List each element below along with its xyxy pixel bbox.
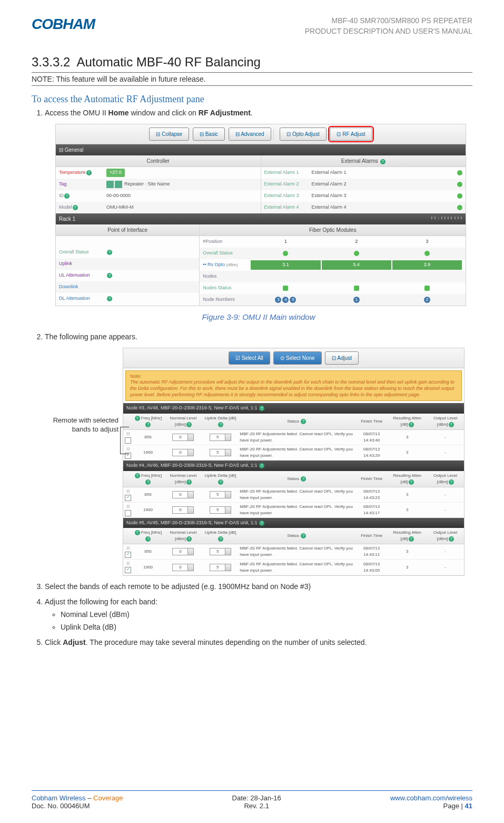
- atten-cell: 3: [388, 544, 427, 560]
- step-4b: Uplink Delta (dB): [61, 622, 472, 633]
- btn-select-all[interactable]: ☑ Select All: [229, 351, 270, 365]
- nodes-label: Nodes: [203, 273, 250, 280]
- band-checkbox[interactable]: [125, 510, 131, 516]
- help-icon[interactable]: ?: [86, 170, 92, 175]
- section-heading: 3.3.3.2 Automatic MBF-40 RF Balancing: [32, 55, 472, 70]
- dropdown-icon[interactable]: [188, 491, 194, 498]
- atten-cell: 3: [388, 487, 427, 502]
- btn-advanced[interactable]: ⊟ Advanced: [229, 128, 271, 141]
- dropdown-icon[interactable]: [188, 564, 194, 571]
- atten-cell: 3: [388, 560, 427, 575]
- help-icon[interactable]: ?: [259, 406, 264, 411]
- uplink-delta-input[interactable]: 5: [210, 506, 225, 514]
- row-temperature: Temperature?: [59, 169, 106, 177]
- fiber-header: Fiber Optic Modules: [200, 224, 466, 236]
- output-level-cell: -: [427, 445, 464, 461]
- fiber-overall-status: Overall Status: [203, 250, 250, 257]
- row-tag: Tag: [59, 181, 106, 188]
- footer-brand: Cobham Wireless: [32, 794, 86, 802]
- help-icon[interactable]: ?: [259, 463, 264, 468]
- model-value: OMU-MkII-M: [106, 204, 258, 211]
- btn-rf-adjust[interactable]: ⊡ RF Adjust: [330, 128, 372, 141]
- band-checkbox[interactable]: [125, 567, 131, 573]
- footer-doc-no: Doc. No. 00046UM: [32, 802, 123, 810]
- finish-time-cell: 08/07/13 14:43:40: [355, 429, 388, 445]
- poi-downlink: Downlink: [59, 283, 106, 291]
- annotation-bracket-icon: [120, 427, 129, 454]
- step-4: Adjust the following for each band: Nomi…: [45, 596, 472, 633]
- nominal-level-input[interactable]: 0: [172, 548, 188, 555]
- help-icon[interactable]: ?: [380, 159, 386, 164]
- status-cell: MBF-20 RF Adjustments failed. Cannot rea…: [238, 544, 355, 560]
- output-level-cell: -: [427, 429, 464, 445]
- footer-rev: Rev. 2.1: [232, 802, 281, 810]
- btn-adjust[interactable]: ⊡ Adjust: [325, 351, 359, 365]
- nominal-level-input[interactable]: 0: [172, 434, 188, 441]
- btn-collapse[interactable]: ⊟ Collapse: [149, 128, 189, 141]
- dropdown-icon[interactable]: [225, 449, 231, 456]
- lock-icon[interactable]: [106, 181, 114, 188]
- freq-cell: 850: [133, 487, 163, 502]
- dropdown-icon[interactable]: [188, 449, 194, 456]
- controller-header: Controller: [56, 155, 261, 167]
- ext-alarm-4-label: External Alarm 4: [264, 204, 312, 211]
- dropdown-icon[interactable]: [188, 434, 194, 441]
- band-checkbox[interactable]: [125, 495, 131, 501]
- footer-date: Date: 28-Jan-16: [232, 794, 281, 802]
- uplink-delta-input[interactable]: 5: [210, 564, 225, 571]
- dropdown-icon[interactable]: [225, 548, 231, 555]
- temp-value: +27.0: [106, 169, 125, 177]
- freq-cell: 1900: [133, 560, 163, 575]
- output-level-cell: -: [427, 487, 464, 502]
- ss2-toolbar: ☑ Select All ⊙ Select None ⊡ Adjust: [123, 348, 464, 368]
- dropdown-icon[interactable]: [225, 491, 231, 498]
- band-table: ? Freq [MHz]?Nominal Level [dBm]?Uplink …: [123, 414, 464, 461]
- finish-time-cell: 08/07/13 14:43:17: [355, 502, 388, 517]
- nominal-level-input[interactable]: 0: [172, 564, 188, 571]
- band-checkbox[interactable]: [125, 552, 131, 558]
- ext-alarm-1-label: External Alarm 1: [264, 169, 312, 177]
- help-icon[interactable]: ?: [259, 521, 264, 526]
- btn-basic[interactable]: ⊟ Basic: [193, 128, 225, 141]
- uplink-delta-input[interactable]: 5: [210, 449, 225, 456]
- header-subtitle: PRODUCT DESCRIPTION AND USER'S MANUAL: [305, 26, 472, 37]
- note-panel: Note: The automatic RF Adjustment proced…: [125, 370, 462, 401]
- nominal-level-input[interactable]: 0: [172, 506, 188, 514]
- page-footer: Cobham Wireless – Coverage Doc. No. 0004…: [32, 790, 472, 810]
- section-number: 3.3.3.2: [32, 55, 70, 69]
- status-cell: MBF-20 RF Adjustments failed. Cannot rea…: [238, 502, 355, 517]
- band-table: ? Freq [MHz]?Nominal Level [dBm]?Uplink …: [123, 471, 464, 518]
- help-icon[interactable]: ?: [64, 193, 70, 199]
- btn-opto-adjust[interactable]: ⊡ Opto Adjust: [280, 128, 326, 141]
- band-table: ? Freq [MHz]?Nominal Level [dBm]?Uplink …: [123, 528, 464, 575]
- annotation-text: Remote with selected bands to adjust: [45, 348, 123, 434]
- btn-select-none[interactable]: ⊙ Select None: [273, 351, 321, 365]
- atten-cell: 3: [388, 502, 427, 517]
- node-header: Node #5, AV45, MBF-20-D-2308-2319-S, New…: [123, 518, 464, 528]
- dropdown-icon[interactable]: [225, 434, 231, 441]
- help-icon[interactable]: ?: [107, 273, 112, 278]
- uplink-delta-input[interactable]: 5: [210, 434, 225, 441]
- help-icon[interactable]: ?: [107, 250, 112, 255]
- dropdown-icon[interactable]: [225, 506, 231, 514]
- help-icon[interactable]: ?: [107, 296, 112, 301]
- ext-alarm-4-val: External Alarm 4: [312, 204, 458, 211]
- edit-icon[interactable]: [115, 181, 122, 188]
- ext-alarm-2-val: External Alarm 2: [312, 181, 458, 188]
- dropdown-icon[interactable]: [188, 548, 194, 555]
- atten-cell: 3: [388, 445, 427, 461]
- dropdown-icon[interactable]: [225, 564, 231, 571]
- rx-opto-1: 3.1: [251, 260, 320, 270]
- nominal-level-input[interactable]: 0: [172, 491, 188, 498]
- freq-cell: 850: [133, 544, 163, 560]
- logo: COBHAM: [32, 16, 95, 33]
- uplink-delta-input[interactable]: 5: [210, 491, 225, 498]
- general-header: ⊟ General: [56, 144, 466, 155]
- help-icon[interactable]: ?: [73, 205, 78, 210]
- page-header: COBHAM MBF-40 SMR700/SMR800 PS REPEATER …: [32, 16, 472, 39]
- dropdown-icon[interactable]: [188, 506, 194, 514]
- nominal-level-input[interactable]: 0: [172, 449, 188, 456]
- section-title: Automatic MBF-40 RF Balancing: [76, 55, 260, 69]
- uplink-delta-input[interactable]: 5: [210, 548, 225, 555]
- id-value: 00-00-0000: [106, 192, 258, 200]
